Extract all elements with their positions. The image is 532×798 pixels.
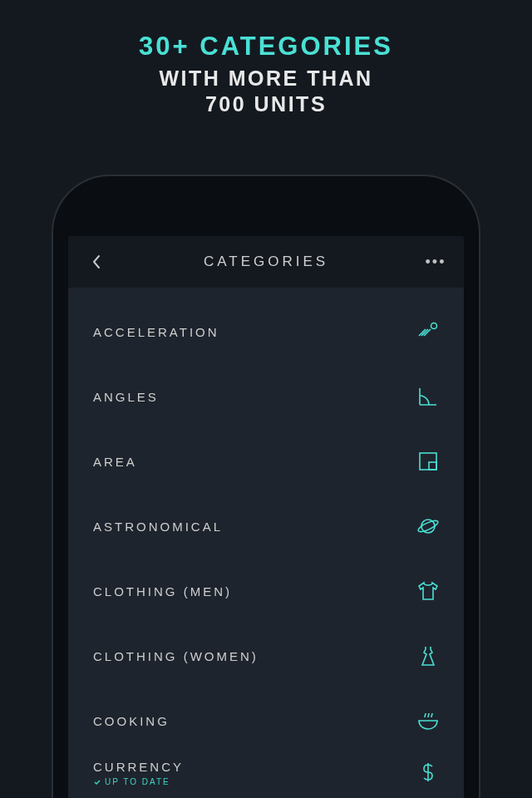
category-label: CURRENCY (93, 760, 184, 774)
category-item-acceleration[interactable]: ACCELERATION (68, 299, 464, 364)
area-icon (416, 449, 441, 474)
category-item-clothing-men[interactable]: CLOTHING (MEN) (68, 559, 464, 623)
dress-icon (416, 643, 441, 668)
planet-icon (416, 514, 441, 539)
back-button[interactable] (86, 252, 106, 272)
bowl-icon (416, 708, 441, 733)
more-button[interactable]: ••• (426, 252, 446, 272)
category-item-angles[interactable]: ANGLES (68, 364, 464, 429)
category-label: ASTRONOMICAL (93, 520, 223, 534)
category-item-area[interactable]: AREA (68, 429, 464, 494)
category-subtext: UP TO DATE (93, 777, 184, 786)
category-item-astronomical[interactable]: ASTRONOMICAL (68, 494, 464, 559)
promo-subhead-1: WITH MORE THAN (0, 66, 532, 91)
svg-point-0 (431, 323, 437, 329)
svg-rect-5 (429, 462, 436, 470)
category-label: COOKING (93, 714, 170, 728)
tshirt-icon (416, 579, 441, 603)
category-item-cooking[interactable]: COOKING (68, 688, 464, 753)
promo-header: 30+ CATEGORIES WITH MORE THAN 700 UNITS (0, 0, 532, 116)
category-label: CLOTHING (MEN) (93, 584, 232, 598)
angle-icon (416, 384, 441, 409)
category-list[interactable]: ACCELERATION ANGLES (68, 288, 464, 798)
navbar-title: CATEGORIES (204, 254, 328, 270)
category-item-clothing-women[interactable]: CLOTHING (WOMEN) (68, 623, 464, 688)
category-item-currency[interactable]: CURRENCY UP TO DATE (68, 753, 464, 793)
promo-headline: 30+ CATEGORIES (0, 32, 532, 62)
check-icon (93, 778, 101, 786)
category-label: CLOTHING (WOMEN) (93, 649, 259, 663)
chevron-left-icon (91, 254, 101, 269)
ellipsis-icon: ••• (426, 254, 446, 271)
acceleration-icon (416, 319, 441, 344)
phone-frame: CATEGORIES ••• ACCELERATION (52, 175, 480, 798)
category-label: ACCELERATION (93, 325, 219, 339)
svg-point-7 (417, 519, 440, 534)
category-label: AREA (93, 455, 137, 469)
promo-subhead-2: 700 UNITS (0, 92, 532, 116)
category-label: ANGLES (93, 390, 159, 404)
navbar: CATEGORIES ••• (68, 236, 464, 288)
app-screen: CATEGORIES ••• ACCELERATION (68, 236, 464, 798)
svg-rect-4 (420, 453, 436, 470)
dollar-icon (416, 760, 441, 785)
